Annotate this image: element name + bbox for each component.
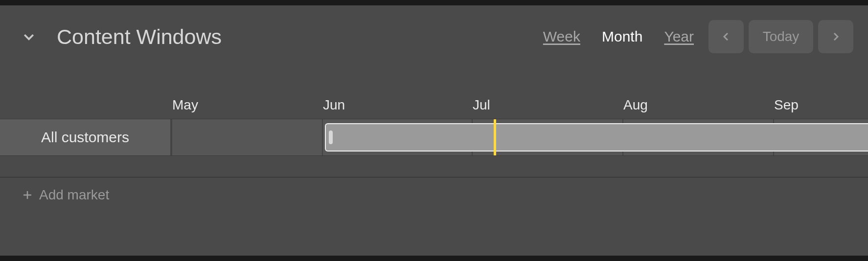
view-tab-month[interactable]: Month	[602, 28, 642, 45]
month-label: Sep	[774, 97, 799, 113]
grid-line	[322, 119, 323, 155]
today-button[interactable]: Today	[749, 20, 813, 53]
today-marker	[494, 119, 496, 155]
month-label: Aug	[623, 97, 648, 113]
add-market-label: Add market	[39, 187, 109, 203]
header-right: Week Month Year Today	[543, 20, 853, 53]
view-tabs: Week Month Year	[543, 28, 694, 45]
prev-button[interactable]	[708, 20, 744, 53]
timeline-spacer	[0, 156, 868, 177]
view-tab-year[interactable]: Year	[664, 28, 694, 45]
bar-resize-handle[interactable]	[329, 130, 333, 144]
nav-controls: Today	[708, 20, 853, 53]
next-button[interactable]	[818, 20, 853, 53]
content-window-bar[interactable]	[325, 123, 868, 152]
month-label: Jun	[323, 97, 345, 113]
collapse-toggle[interactable]	[20, 27, 38, 46]
row-label-all-customers[interactable]: All customers	[0, 119, 171, 155]
grid-line	[171, 119, 172, 155]
chevron-down-icon	[22, 29, 36, 44]
panel-title: Content Windows	[57, 25, 222, 49]
chevron-left-icon	[720, 31, 732, 43]
view-tab-week[interactable]: Week	[543, 28, 580, 45]
content-windows-panel: Content Windows Week Month Year Today Ma…	[0, 5, 868, 256]
panel-header: Content Windows Week Month Year Today	[0, 5, 868, 68]
timeline-months-header: MayJunJulAugSep	[0, 97, 868, 119]
timeline-body: All customers	[0, 119, 868, 156]
plus-icon	[21, 188, 34, 202]
month-label: Jul	[473, 97, 490, 113]
header-left: Content Windows	[20, 25, 222, 49]
month-label: May	[172, 97, 198, 113]
timeline: MayJunJulAugSep All customers Add market	[0, 97, 868, 256]
chevron-right-icon	[830, 31, 842, 43]
add-market-button[interactable]: Add market	[0, 177, 868, 213]
